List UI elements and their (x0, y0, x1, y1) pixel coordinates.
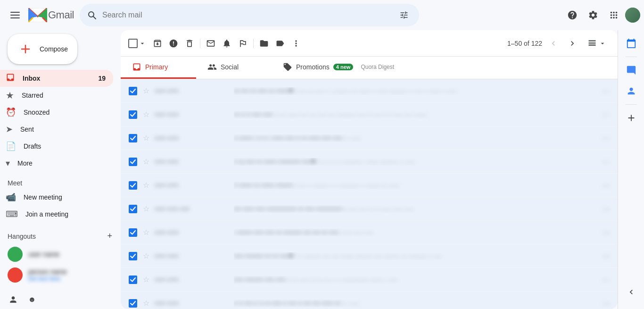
email-checkbox[interactable] (128, 228, 138, 237)
snooze-toolbar-button[interactable] (219, 36, 234, 51)
email-time: ····· (582, 206, 610, 212)
apps-button[interactable] (604, 6, 623, 25)
archive-button[interactable] (150, 36, 165, 51)
email-star[interactable]: ☆ (141, 299, 151, 308)
more-toolbar-button[interactable] (289, 36, 304, 51)
checkbox-custom[interactable] (129, 276, 137, 284)
select-dropdown-button[interactable] (138, 39, 147, 48)
tab-social[interactable]: Social (196, 57, 272, 79)
emoji-button[interactable]: ☻ (26, 294, 38, 305)
email-sender: ······ ······ (155, 252, 230, 260)
report-spam-button[interactable] (166, 36, 181, 51)
pagination-next-button[interactable] (565, 36, 580, 51)
checkbox-custom[interactable] (129, 87, 137, 95)
email-row[interactable]: ☆ ······ ······ ·· ······· ··· ······· ·… (121, 174, 618, 197)
email-star[interactable]: ☆ (141, 134, 151, 143)
add-panel-button[interactable] (622, 109, 641, 127)
select-all-checkbox[interactable] (128, 39, 138, 48)
add-to-tasks-button[interactable] (235, 36, 250, 51)
tab-primary[interactable]: Primary (121, 57, 196, 79)
add-hangout-button[interactable]: + (106, 230, 113, 242)
checkbox-custom[interactable] (129, 181, 137, 190)
compose-icon (17, 41, 34, 58)
search-input[interactable] (102, 11, 391, 19)
email-checkbox[interactable] (128, 204, 138, 214)
email-checkbox[interactable] (128, 299, 138, 308)
hangout-user-1[interactable]: user name (0, 244, 121, 265)
email-checkbox[interactable] (128, 181, 138, 190)
svg-line-9 (93, 17, 96, 19)
sidebar-item-join-meeting[interactable]: ⌨ Join a meeting (0, 206, 113, 223)
sidebar-item-starred[interactable]: ★ Starred (0, 87, 113, 104)
tab-primary-label: Primary (145, 63, 168, 71)
email-checkbox[interactable] (128, 157, 138, 167)
tasks-panel-button[interactable] (622, 61, 641, 80)
checkbox-custom[interactable] (129, 110, 137, 119)
label-button[interactable] (272, 36, 288, 51)
checkbox-custom[interactable] (129, 252, 137, 260)
sidebar-item-snoozed[interactable]: ⏰ Snoozed (0, 104, 113, 121)
email-checkbox[interactable] (128, 86, 138, 96)
drafts-label: Drafts (24, 142, 41, 150)
email-row[interactable]: ☆ ······ ······ ·· ······· · ·· ·· · ···… (121, 126, 618, 150)
email-sender: ······ ······ (155, 111, 230, 118)
email-checkbox[interactable] (128, 110, 138, 119)
email-row[interactable]: ☆ ······ ······ ····· ·········· ··· ···… (121, 244, 618, 268)
hamburger-menu[interactable] (4, 4, 26, 26)
chevron-right-icon (568, 39, 577, 48)
email-star[interactable]: ☆ (141, 251, 151, 261)
manage-accounts-button[interactable] (8, 294, 19, 305)
email-row[interactable]: ☆ ······ ······ ··· ···· ··· ····· ··· ·… (121, 79, 618, 103)
email-row[interactable]: ☆ ······ ······ ·· ·: ····· ··· ······· … (121, 150, 618, 174)
contacts-panel-button[interactable] (622, 82, 641, 100)
hangout-user-2[interactable]: person name link text here (0, 265, 121, 285)
density-button[interactable] (584, 37, 610, 50)
delete-button[interactable] (182, 36, 197, 51)
checkbox-custom[interactable] (129, 228, 137, 237)
user-avatar[interactable] (625, 8, 640, 23)
email-star[interactable]: ☆ (141, 275, 151, 284)
tab-promotions[interactable]: Promotions 4 new Quora Digest (272, 57, 405, 79)
email-row[interactable]: ☆ ······ ······ ·· ·· ···· ·· ·· ··· ···… (121, 292, 618, 309)
sidebar-item-inbox[interactable]: Inbox 19 (0, 70, 113, 87)
sidebar-item-more[interactable]: ▾ More (0, 155, 113, 172)
email-star[interactable]: ☆ (141, 204, 151, 214)
email-row[interactable]: ☆ ······ ······ ··· ·· ·· ····· ····· - … (121, 103, 618, 126)
help-button[interactable] (563, 6, 582, 25)
email-row[interactable]: ☆ ······ ······ ····· ···· ······ ····· … (121, 197, 618, 221)
pagination-prev-button[interactable] (546, 36, 561, 51)
move-to-button[interactable] (256, 36, 272, 51)
email-star[interactable]: ☆ (141, 110, 151, 119)
email-checkbox[interactable] (128, 251, 138, 261)
email-row[interactable]: ☆ ······ ······ ····· ·········· ····· ·… (121, 268, 618, 292)
help-icon (567, 10, 578, 20)
email-row[interactable]: ☆ ······ ······ · ········ ····· ····· ·… (121, 221, 618, 244)
density-icon (587, 39, 597, 48)
svg-rect-0 (10, 12, 20, 13)
snoozed-label: Snoozed (24, 109, 50, 116)
mark-as-read-button[interactable] (203, 36, 218, 51)
checkbox-custom[interactable] (129, 158, 137, 166)
sidebar-item-sent[interactable]: ➤ Sent (0, 121, 113, 138)
settings-icon (588, 10, 598, 20)
sidebar-item-new-meeting[interactable]: 📹 New meeting (0, 189, 113, 206)
email-checkbox[interactable] (128, 134, 138, 143)
search-bar[interactable] (80, 4, 419, 26)
right-panel-expand-button[interactable] (622, 283, 641, 301)
compose-button[interactable]: Compose (8, 34, 77, 64)
email-sender: ······ ······ (155, 276, 230, 284)
sidebar-item-drafts[interactable]: 📄 Drafts (0, 138, 113, 155)
email-star[interactable]: ☆ (141, 86, 151, 96)
calendar-panel-button[interactable] (622, 34, 641, 53)
email-star[interactable]: ☆ (141, 181, 151, 190)
person-icon (8, 295, 18, 304)
settings-button[interactable] (584, 6, 603, 25)
gmail-logo: Gmail (28, 8, 74, 22)
checkbox-custom[interactable] (129, 205, 137, 213)
email-star[interactable]: ☆ (141, 228, 151, 237)
email-checkbox[interactable] (128, 275, 138, 284)
email-star[interactable]: ☆ (141, 157, 151, 167)
search-options-button[interactable] (396, 8, 412, 23)
checkbox-custom[interactable] (129, 299, 137, 308)
checkbox-custom[interactable] (129, 134, 137, 142)
